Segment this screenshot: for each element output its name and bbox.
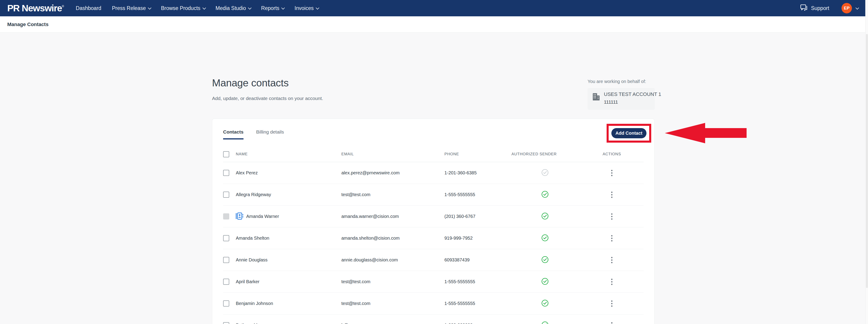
contact-phone: 6093387439 (443, 257, 510, 263)
authorized-check-icon (541, 299, 549, 308)
support-button[interactable]: Support (800, 4, 829, 12)
authorized-check-icon (541, 191, 549, 199)
table-row: Amanda Sheltonamanda.shelton@cision.com9… (223, 228, 644, 249)
contact-phone: 1-201-360-6385 (443, 170, 510, 176)
row-checkbox[interactable] (223, 170, 229, 176)
registered-mark: ® (62, 4, 64, 8)
table-row: Benjamin Johnsontest@test.com1-555-55555… (223, 293, 644, 315)
contact-email: test@test.com (340, 192, 443, 197)
row-actions-menu-icon[interactable] (610, 234, 614, 243)
contact-name: Allegra Ridgeway (236, 192, 271, 197)
contact-name: Amanda Warner (246, 214, 279, 219)
nav-item-label: Reports (261, 5, 280, 11)
contact-email: test@test.com (340, 279, 443, 284)
tab-contacts[interactable]: Contacts (223, 129, 244, 140)
scrollbar-thumb[interactable] (866, 34, 868, 288)
account-number: 111111 (604, 99, 661, 105)
row-checkbox[interactable] (223, 322, 229, 324)
contact-phone: 1-555-5555555 (443, 192, 510, 197)
table-row: Alex Perezalex.perez@prnewswire.com1-201… (223, 162, 644, 184)
nav-item-press-release[interactable]: Press Release (112, 5, 150, 11)
tab-bar: ContactsBilling details (223, 129, 284, 140)
chevron-down-icon (316, 6, 319, 9)
nav-item-media-studio[interactable]: Media Studio (216, 5, 250, 11)
contact-phone: 1-555-5555555 (443, 301, 510, 306)
nav-item-invoices[interactable]: Invoices (294, 5, 318, 11)
contact-name: April Barker (236, 279, 259, 284)
building-icon (592, 92, 601, 106)
tab-billing-details[interactable]: Billing details (256, 129, 284, 140)
contact-phone: 1-000-000000 (443, 323, 510, 324)
add-contact-button[interactable]: Add Contact (611, 128, 647, 138)
nav-item-reports[interactable]: Reports (261, 5, 284, 11)
nav-item-label: Media Studio (216, 5, 246, 11)
contact-name: Alex Perez (236, 170, 258, 176)
contact-name: Benjamin Johnson (236, 301, 273, 306)
contact-card-icon (236, 212, 244, 220)
table-row: Allegra Ridgewaytest@test.com1-555-55555… (223, 184, 644, 206)
user-menu-chevron-icon[interactable] (856, 6, 859, 9)
card-header: ContactsBilling details Add Contact (223, 119, 644, 146)
account-card: USES TEST ACCOUNT 1 111111 (588, 88, 655, 110)
chevron-down-icon (202, 6, 206, 9)
column-header-name: NAME (234, 152, 340, 156)
working-on-behalf-label: You are working on behalf of: (588, 79, 646, 84)
table-header-row: NAME EMAIL PHONE AUTHORIZED SENDER ACTIO… (223, 146, 644, 162)
row-checkbox[interactable] (223, 192, 229, 198)
main-nav: DashboardPress ReleaseBrowse ProductsMed… (76, 5, 318, 11)
row-checkbox[interactable] (223, 235, 229, 241)
add-contact-annotation-box: Add Contact (607, 124, 651, 143)
contact-email: test@test.com (340, 301, 443, 306)
authorized-check-icon (541, 256, 549, 264)
contact-email: amanda.warner@cision.com (340, 214, 443, 219)
select-all-checkbox[interactable] (223, 151, 229, 157)
row-checkbox (223, 213, 229, 219)
chevron-down-icon (248, 6, 252, 9)
row-actions-menu-icon[interactable] (610, 190, 614, 199)
account-info: USES TEST ACCOUNT 1 111111 (604, 91, 661, 106)
table-row: April Barkertest@test.com1-555-5555555 (223, 271, 644, 293)
column-header-phone: PHONE (443, 152, 510, 156)
contact-name: Bethany Moore (236, 323, 267, 324)
row-actions-menu-icon[interactable] (610, 169, 614, 178)
chevron-down-icon (281, 6, 285, 9)
page-content: Manage contacts Add, update, or deactiva… (0, 33, 868, 324)
nav-item-browse-products[interactable]: Browse Products (161, 5, 205, 11)
row-actions-menu-icon[interactable] (610, 277, 614, 286)
authorized-check-icon (541, 321, 549, 324)
column-header-actions: ACTIONS (580, 152, 644, 156)
row-checkbox[interactable] (223, 257, 229, 263)
column-header-email: EMAIL (340, 152, 443, 156)
navbar-right: Support EP (800, 3, 858, 13)
contact-email: alex.perez@prnewswire.com (340, 170, 443, 176)
support-chat-icon (800, 4, 808, 12)
contact-phone: 1-555-5555555 (443, 279, 510, 284)
top-navbar: PR Newswire® DashboardPress ReleaseBrows… (0, 0, 868, 16)
authorized-check-icon (541, 278, 549, 286)
row-actions-menu-icon[interactable] (610, 299, 614, 308)
contacts-card: ContactsBilling details Add Contact NAME… (212, 119, 655, 324)
support-label: Support (811, 5, 829, 11)
contact-email: b@a.com (340, 323, 443, 324)
breadcrumb: Manage Contacts (7, 22, 49, 27)
nav-item-label: Dashboard (76, 5, 101, 11)
row-checkbox[interactable] (223, 279, 229, 285)
contact-phone: (201) 360-6767 (443, 214, 510, 219)
row-actions-menu-icon[interactable] (610, 321, 614, 324)
contact-name: Amanda Shelton (236, 236, 269, 241)
page-subtitle: Add, update, or deactivate contacts on y… (212, 96, 323, 101)
breadcrumb-bar: Manage Contacts (0, 16, 868, 33)
page-scrollbar[interactable] (865, 0, 868, 324)
row-checkbox[interactable] (223, 300, 229, 306)
user-avatar[interactable]: EP (841, 3, 852, 13)
contact-phone: 919-999-7952 (443, 236, 510, 241)
nav-item-dashboard[interactable]: Dashboard (76, 5, 101, 11)
annotation-arrow (665, 123, 747, 144)
nav-item-label: Browse Products (161, 5, 200, 11)
row-actions-menu-icon[interactable] (610, 256, 614, 265)
authorized-check-icon (541, 212, 549, 220)
table-row: Bethany Mooreb@a.com1-000-000000 (223, 315, 644, 324)
brand-logo[interactable]: PR Newswire® (7, 3, 64, 13)
row-actions-menu-icon[interactable] (610, 212, 614, 221)
contact-email: annie.douglass@cision.com (340, 257, 443, 263)
